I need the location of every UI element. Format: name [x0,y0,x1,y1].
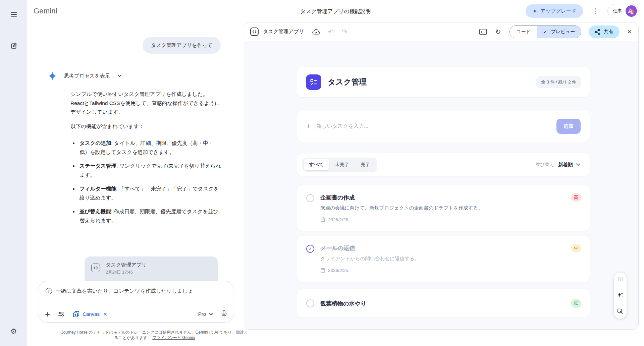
priority-badge: 高 [571,193,581,202]
settings-gear-icon: ⚙ [10,327,17,336]
task-checkbox[interactable] [306,194,314,202]
sort-label: 並び替え: [536,162,555,168]
chevron-down-icon [209,313,213,315]
canvas-mode-label: Canvas [83,311,100,317]
new-chat-button[interactable] [7,39,21,53]
close-canvas-button[interactable]: ✕ [626,27,633,37]
canvas-floating-toolbar [614,273,627,319]
upgrade-label: アップグレード [540,8,576,14]
task-date-text: 2026/2/25 [328,268,348,273]
unicorn-avatar-glyph: 🦄 [628,7,635,15]
profile-chip[interactable]: 仕事 🦄 [607,4,639,18]
share-button[interactable]: 共有 [589,25,620,38]
task-title: メールの返信 [320,244,581,252]
canvas-chip-timestamp: 2月24日 17:46 [106,270,147,275]
add-task-button[interactable]: 追加 [556,119,581,134]
filter-tab-all[interactable]: すべて [304,159,329,170]
chat-input-row: ! 一緒に文章を書いたり、コンテンツを作成したりしましょ [38,281,234,295]
drag-handle[interactable] [618,277,623,281]
feature-term: フィルター機能 [79,186,116,191]
task-description: 来週の会議に向けて、新規プロジェクトの企画書のドラフトを作成する。 [320,205,581,211]
privacy-link[interactable]: プライバシーと Gemini [152,335,195,340]
task-checkbox[interactable] [306,299,314,307]
canvas-chip-title: タスク管理アプリ [106,262,147,268]
canvas-mode-chip[interactable]: Canvas ✕ [73,311,107,318]
more-options-button[interactable]: ⋮ [590,6,601,16]
check-icon: ✓ [543,29,547,35]
task-count-badge: 全 3 件 / 残り 2 件 [536,76,581,88]
mic-button[interactable] [221,310,227,318]
refresh-icon: ↻ [495,28,501,35]
undo-icon: ↶ [328,28,334,35]
feature-list: タスクの追加: タイトル、詳細、期限、優先度（高・中・低）を設定してタスクを追加… [70,139,221,225]
share-label: 共有 [604,28,613,35]
tools-button[interactable] [58,311,65,318]
task-row: ✓ メールの返信 クライアントからの問い合わせに返信する。 2026/2/25 [297,236,590,282]
canvas-remove-icon[interactable]: ✕ [103,311,107,317]
feature-item: 並び替え機能: 作成日順、期限順、優先度順でタスクを並び替えられます。 [78,207,221,225]
undo-button[interactable]: ↶ [328,28,334,35]
check-icon: ✓ [309,246,312,251]
task-row: 観葉植物の水やり 低 [297,289,590,318]
ai-edit-button[interactable] [617,292,624,298]
disclaimer: Journey Horse のチャットはモデルのトレーニングには使用されません。… [61,330,249,340]
console-button[interactable] [479,28,487,35]
filter-tab-complete[interactable]: 完了 [355,159,376,170]
preview-tab-label: プレビュー [551,29,575,35]
add-attachment-button[interactable]: + [45,311,50,318]
task-app-header: タスク管理 全 3 件 / 残り 2 件 [297,67,590,97]
calendar-icon [320,268,325,273]
select-element-button[interactable] [617,308,623,314]
menu-icon [10,11,17,18]
task-checkbox-checked[interactable]: ✓ [306,245,314,253]
canvas-title[interactable]: タスク管理アプリ [263,28,304,35]
chat-input-box[interactable]: ! 一緒に文章を書いたり、コンテンツを作成したりしましょ + [38,281,234,323]
profile-label: 仕事 [613,8,622,14]
share-icon [595,29,600,35]
code-tab-label: コード [516,29,531,35]
feature-term: ステータス管理 [79,163,116,169]
plus-icon: + [306,122,311,131]
canvas-panel: タスク管理アプリ ↶ ↷ ↻ コ [244,22,639,330]
sort-value: 新着順 [558,162,573,168]
priority-badge: 中 [571,244,581,252]
sort-dropdown[interactable]: 並び替え: 新着順 [536,162,585,168]
more-options-icon: ⋮ [592,7,599,15]
task-body: 観葉植物の水やり [320,300,581,307]
code-preview-toggle: コード ✓ プレビュー [509,25,581,38]
model-selector[interactable]: Pro [198,311,213,317]
settings-button[interactable]: ⚙ [7,325,21,339]
task-description: クライアントからの問い合わせに返信する。 [320,255,581,262]
avatar[interactable]: 🦄 [626,5,637,17]
checklist-icon [306,74,321,90]
mic-icon [221,310,227,318]
close-icon: ✕ [627,28,632,35]
refresh-button[interactable]: ↻ [495,28,501,35]
feature-term: 並び替え機能 [79,209,111,214]
feature-term: タスクの追加 [79,140,111,146]
tab-code[interactable]: コード [510,26,537,38]
thinking-process-toggle[interactable]: 思考プロセスを表示 [48,72,122,80]
redo-button[interactable]: ↷ [342,28,347,35]
canvas-toolbar: タスク管理アプリ ↶ ↷ ↻ コ [244,22,638,41]
chat-input-placeholder[interactable]: 一緒に文章を書いたり、コンテンツを作成したりしましょ [56,288,193,295]
console-icon [479,28,487,35]
main-area: Gemini タスク管理アプリの機能説明 ✦ アップグレード ⋮ 仕事 🦄 タス… [27,0,644,346]
filter-tab-incomplete[interactable]: 未完了 [329,159,355,170]
upgrade-button[interactable]: ✦ アップグレード [526,4,583,18]
task-due-date: 2026/2/26 [320,217,581,222]
menu-button[interactable] [7,7,21,21]
sidebar: ⚙ [0,0,27,346]
new-task-input[interactable]: 新しいタスクを入力... [316,123,556,130]
gemini-app: ⚙ Gemini タスク管理アプリの機能説明 ✦ アップグレード ⋮ 仕事 🦄 … [0,0,644,346]
feature-item: フィルター機能: 「すべて」「未完了」「完了」でタスクを絞り込めます。 [78,184,221,202]
task-title: 企画書の作成 [320,194,581,201]
chat-input-toolbar: + Canvas ✕ [38,310,234,318]
model-response: シンプルで使いやすいタスク管理アプリを作成しました。ReactとTailwind… [70,90,221,230]
sparkle-icon: ✦ [532,8,537,14]
chevron-down-icon [576,163,580,166]
tab-preview[interactable]: ✓ プレビュー [537,26,581,38]
task-date-text: 2026/2/26 [328,217,348,222]
task-app-title: タスク管理 [328,77,367,87]
save-status-button[interactable] [312,28,320,35]
